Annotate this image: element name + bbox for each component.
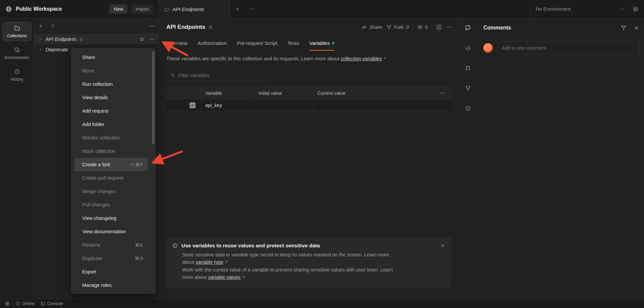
- toggle-sidebar-button[interactable]: [3, 301, 11, 306]
- new-comment-input[interactable]: [497, 41, 640, 55]
- changelog-panel-button[interactable]: [462, 42, 474, 54]
- collection-options-button[interactable]: [149, 37, 155, 42]
- external-link-icon: [224, 260, 228, 264]
- pull-requests-panel-button[interactable]: [462, 62, 474, 74]
- menu-item-view-changelog[interactable]: View changelog: [74, 211, 148, 225]
- new-button[interactable]: New: [109, 4, 127, 14]
- menu-item-move[interactable]: Move: [74, 64, 148, 77]
- info-icon: [172, 243, 178, 248]
- collection-row-api-endpoints[interactable]: API Endpoints: [34, 34, 159, 44]
- import-button[interactable]: Import: [131, 4, 153, 14]
- menu-item-merge-changes[interactable]: Merge changes: [74, 185, 148, 198]
- tab-variables[interactable]: Variables: [309, 36, 334, 51]
- row-checkbox[interactable]: [190, 102, 196, 108]
- menu-item-mock-collection[interactable]: Mock collection: [74, 144, 148, 158]
- variable-values-link[interactable]: variable values: [208, 274, 240, 280]
- comments-panel-button[interactable]: [462, 22, 474, 34]
- workspace-title: Public Workspace: [16, 6, 62, 12]
- environment-quick-look-icon[interactable]: [633, 6, 639, 12]
- tab-api-endpoints[interactable]: API Endpoints: [159, 0, 230, 18]
- tab-strip: API Endpoints No Environment: [159, 0, 644, 18]
- run-collection-icon[interactable]: [436, 24, 442, 30]
- filter-funnel-icon: [50, 24, 55, 28]
- variables-description: These variables are specific to this col…: [166, 56, 451, 61]
- forks-panel-button[interactable]: [462, 82, 474, 94]
- open-new-tab-button[interactable]: [230, 0, 245, 18]
- share-button[interactable]: Share: [362, 24, 382, 30]
- banner-body: Store sensitive data in variable type se…: [182, 251, 397, 281]
- menu-item-manage-roles[interactable]: Manage roles: [74, 279, 148, 292]
- collection-variables-link[interactable]: collection variables: [341, 56, 382, 61]
- sidebar-search-box[interactable]: [47, 21, 146, 32]
- online-label: Online: [22, 301, 35, 306]
- menu-item-duplicate[interactable]: Duplicate ⌘D: [74, 252, 148, 265]
- table-header-row: Variable Initial value Current value: [166, 87, 451, 99]
- online-check-icon: [15, 301, 20, 306]
- sidebar-item-history[interactable]: History: [3, 65, 32, 84]
- lock-icon: [208, 25, 213, 29]
- filter-variables-box[interactable]: [166, 69, 267, 81]
- filter-variables-input[interactable]: [178, 73, 263, 78]
- variable-type-link[interactable]: variable type: [196, 259, 223, 265]
- top-bar: Public Workspace New Import API Endpoint…: [0, 0, 644, 18]
- variables-table: Variable Initial value Current value api…: [166, 87, 451, 111]
- tab-prerequest-script[interactable]: Pre-request Script: [237, 36, 277, 51]
- watcher-count: 0: [425, 24, 428, 30]
- environment-selector[interactable]: No Environment: [530, 0, 644, 18]
- main-panel: API Endpoints Share Fork 0 0 Overview Au…: [159, 18, 459, 299]
- tab-tests[interactable]: Tests: [287, 36, 299, 51]
- comments-title: Comments: [483, 25, 511, 31]
- new-comment-row: [477, 37, 644, 55]
- fork-icon: [386, 24, 392, 30]
- initial-value-cell[interactable]: [255, 99, 313, 111]
- sidebar-search-input[interactable]: [58, 23, 143, 29]
- current-value-cell[interactable]: [313, 99, 434, 111]
- connection-status[interactable]: Online: [14, 301, 37, 306]
- menu-item-rename[interactable]: Rename ⌘E: [74, 238, 148, 252]
- collection-more-options-button[interactable]: [446, 24, 451, 30]
- comment-icon: [465, 25, 471, 31]
- menu-item-run-collection[interactable]: Run collection: [74, 77, 148, 91]
- watchers-button[interactable]: 0: [417, 24, 428, 30]
- menu-item-label: Manage roles: [82, 283, 112, 288]
- star-icon[interactable]: [139, 37, 145, 42]
- table-header-variable: Variable: [201, 87, 255, 99]
- filter-comments-icon[interactable]: [621, 25, 627, 31]
- menu-item-create-pull-request[interactable]: Create pull request: [74, 171, 148, 185]
- variable-name-cell[interactable]: api_key: [201, 99, 255, 111]
- fork-button[interactable]: Fork 0: [386, 24, 409, 30]
- add-collection-button[interactable]: [38, 23, 44, 29]
- tab-authorization[interactable]: Authorization: [198, 36, 227, 51]
- menu-item-monitor-collection[interactable]: Monitor collection: [74, 131, 148, 144]
- tab-overview[interactable]: Overview: [166, 36, 187, 51]
- rail-item-label: Collections: [7, 34, 27, 38]
- collection-actions: Share Fork 0 0: [362, 24, 451, 30]
- menu-item-label: Rename: [82, 242, 101, 248]
- menu-item-view-documentation[interactable]: View documentation: [74, 225, 148, 238]
- menu-scrollbar[interactable]: [152, 51, 154, 144]
- lock-icon: [79, 37, 83, 41]
- tab-options-button[interactable]: [245, 0, 260, 18]
- console-button[interactable]: Console: [39, 301, 65, 306]
- divider: [628, 5, 629, 13]
- sidebar-options-button[interactable]: [149, 23, 155, 29]
- info-panel-button[interactable]: [462, 102, 474, 114]
- menu-item-add-folder[interactable]: Add folder: [74, 118, 148, 131]
- menu-item-add-request[interactable]: Add request: [74, 104, 148, 118]
- sidebar-item-environments[interactable]: Environments: [3, 44, 32, 63]
- chevron-right-icon[interactable]: [38, 37, 43, 42]
- menu-item-share[interactable]: Share: [74, 51, 148, 64]
- close-panel-icon[interactable]: [633, 25, 639, 31]
- avatar: [483, 43, 493, 53]
- menu-item-view-details[interactable]: View details: [74, 91, 148, 104]
- menu-item-pull-changes[interactable]: Pull changes: [74, 198, 148, 211]
- menu-item-label: Merge changes: [82, 189, 116, 194]
- menu-item-create-a-fork[interactable]: Create a fork ⌥⌘F: [74, 158, 148, 171]
- banner-close-icon[interactable]: [440, 243, 445, 248]
- table-options-button[interactable]: [434, 87, 451, 99]
- sidebar-item-collections[interactable]: Collections: [3, 22, 32, 41]
- share-label: Share: [369, 24, 382, 30]
- table-row[interactable]: api_key: [166, 99, 451, 111]
- menu-item-export[interactable]: Export: [74, 265, 148, 279]
- chevron-right-icon[interactable]: [38, 47, 43, 52]
